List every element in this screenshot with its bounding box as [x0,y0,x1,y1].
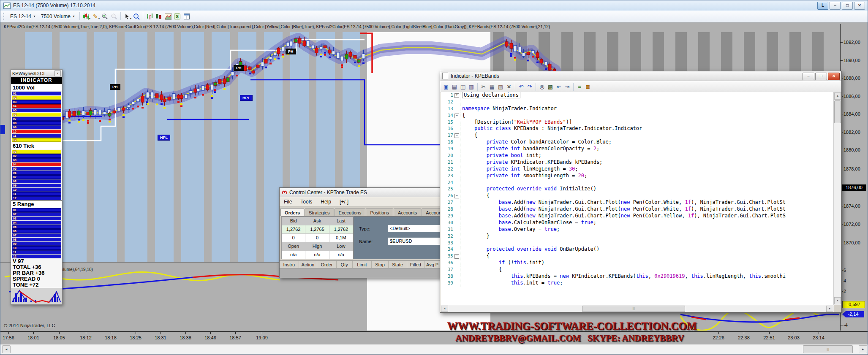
pointer-icon[interactable]: ▼ [122,12,132,21]
kpwayne3d-titlebar[interactable]: KPWayne3D CL x [11,70,62,77]
pencil-icon[interactable]: ✎▼ [91,12,100,21]
menu-item-tools[interactable]: Tools [296,198,316,206]
order-column-header[interactable]: Filled [407,261,425,268]
paste-icon[interactable]: ▧ [496,82,505,91]
vscroll-down-arrow[interactable]: ▼ [834,297,841,304]
fold-toggle-icon[interactable]: − [454,133,459,138]
stat-line: TOTAL +36 [11,264,62,270]
dollar-icon[interactable]: $ [173,12,182,21]
tab-strategies[interactable]: Strategies [305,209,334,216]
signal-row: 11 [12,134,61,138]
editor-close-button[interactable]: ✕ [828,73,840,80]
scroll-left-arrow[interactable]: ◂ [2,345,11,353]
save-icon[interactable]: ▣ [442,82,450,91]
fold-margin [453,226,460,233]
fold-toggle-icon[interactable]: − [454,254,459,259]
kpwayne3d-close-button[interactable]: x [54,70,61,76]
scroll-right-arrow[interactable]: ▸ [859,345,867,353]
time-axis[interactable]: 17:5618:0118:0518:1218:1818:2518:3118:38… [0,331,868,343]
editor-restore-button[interactable]: □ [815,73,827,80]
control-center-titlebar[interactable]: Control Center - KPTone Trade ES [280,188,441,197]
hscroll-thumb[interactable]: ||| [582,306,685,312]
hscroll-right-arrow[interactable]: ▸ [826,306,833,312]
tab-orders[interactable]: Orders [280,208,304,216]
scrollbar-thumb[interactable] [803,345,853,353]
tab-positions[interactable]: Positions [366,209,393,216]
candles-icon[interactable] [154,12,163,21]
order-column-header[interactable]: Instru [280,261,299,268]
fold-toggle-icon[interactable]: − [454,114,459,118]
order-name-input[interactable]: $EURUSD [388,237,441,245]
toolbar-grip[interactable] [3,13,5,20]
editor-vertical-scrollbar[interactable]: ▲ ▼ [833,92,841,305]
align-icon[interactable]: ≡ [575,82,584,91]
price-axis[interactable]: 1876,00 -0,597 -2,14 1892,001890,001888,… [840,24,868,331]
chart-horizontal-scrollbar[interactable]: ◂ ▸ [0,344,868,354]
tab-accounts[interactable]: Accounts [394,209,421,216]
instrument-dropdown[interactable]: ES 12-14▼ [8,12,38,21]
order-column-header[interactable]: Qty [337,261,353,268]
indent-icon[interactable]: ⇥ [563,82,571,91]
link-button[interactable]: L [817,2,828,10]
window-title: ES 12-14 (7500 Volume) 17.10.2014 [13,3,95,8]
order-column-header[interactable]: Order [317,261,337,268]
minimize-button[interactable]: – [830,2,841,10]
editor-horizontal-scrollbar[interactable]: ◂ ||| ▸ [441,305,834,312]
section-header: 610 Tick [11,142,62,149]
redo-icon[interactable]: ↷ [525,82,534,91]
undo-icon[interactable]: ↶ [517,82,525,91]
outdent-icon[interactable]: ⇤ [555,82,563,91]
copy-icon[interactable]: ▦ [488,82,496,91]
panel-icon[interactable] [182,12,191,21]
candlestick-icon[interactable]: ▼ [82,12,91,21]
code-line: 31 base.Overlay = true; [441,226,841,233]
editor-minimize-button[interactable]: – [803,73,814,80]
fold-margin [453,280,460,287]
info-icon[interactable]: ≣ [584,82,592,91]
code-text: { [462,266,502,273]
code-text: } [462,233,490,240]
print-preview-icon[interactable]: ◫ [459,82,467,91]
order-column-header[interactable]: Action [299,261,318,268]
area-chart-icon[interactable] [163,12,173,21]
magnifier-icon[interactable] [132,12,141,21]
replace-icon[interactable]: ▩ [546,82,555,91]
bar-chart-icon[interactable] [145,12,154,21]
menu-item-file[interactable]: File [280,198,296,206]
page-setup-icon[interactable]: ▥ [467,82,476,91]
vscroll-up-arrow[interactable]: ▲ [834,92,841,100]
hscroll-left-arrow[interactable]: ◂ [441,306,448,312]
chart-window-titlebar[interactable]: ES 12-14 (7500 Volume) 17.10.2014 L – □ … [0,0,868,11]
order-type-select[interactable]: <Default>▼ [388,225,441,233]
time-tick [235,332,236,334]
editor-titlebar[interactable]: Indicator - KPEBands – □ ✕ [440,71,841,81]
vscroll-thumb[interactable] [834,100,841,123]
close-button[interactable]: ✕ [854,2,865,10]
interval-dropdown[interactable]: 7500 Volume▼ [38,12,78,21]
order-column-header[interactable]: Stop [372,261,389,268]
tab-account-performance[interactable]: Account Performance [422,209,441,216]
zoom-in-icon[interactable] [100,12,109,21]
tab-executions[interactable]: Executions [335,209,366,216]
line-number: 35 [441,253,453,260]
zoom-out-icon[interactable] [109,12,119,21]
order-column-header[interactable]: Limit [353,261,372,268]
code-line: 22 private int linRegLength = 30; [441,166,841,173]
control-center-tabs: OrdersStrategiesExecutionsPositionsAccou… [280,207,441,216]
order-column-header[interactable]: Avg P [424,261,441,268]
fold-margin [453,173,460,179]
menu-item-[interactable]: [+/-] [335,198,353,206]
restore-button[interactable]: □ [842,2,853,10]
find-icon[interactable]: ◎ [538,82,546,91]
delete-icon[interactable]: ✕ [505,82,513,91]
order-column-header[interactable]: State [389,261,407,268]
fold-margin [453,246,460,253]
copyright-label: © 2014 NinjaTrader, LLC [4,323,55,328]
code-text: [Description("Kwik*POP EBands")] [462,119,572,126]
code-area[interactable]: 1+Using declarations1213namespace NinjaT… [441,92,841,305]
cut-icon[interactable]: ✂ [479,82,488,91]
menu-item-help[interactable]: Help [316,198,335,206]
fold-toggle-icon[interactable]: − [454,194,459,198]
print-icon[interactable]: ▤ [450,82,459,91]
fold-toggle-icon[interactable]: + [454,93,459,98]
